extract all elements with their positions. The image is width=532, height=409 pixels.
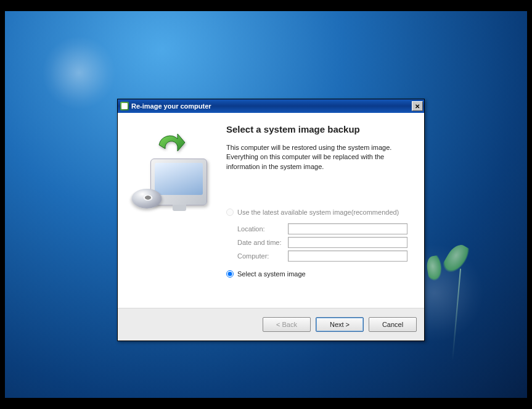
page-description: This computer will be restored using the… [226,143,402,171]
field-datetime-value [288,237,407,248]
radio-use-latest [226,209,234,216]
background-glow [42,36,116,110]
back-button: < Back [263,317,311,332]
background-leaf [425,255,444,282]
field-computer-value [288,250,407,262]
next-button[interactable]: Next > [316,317,364,332]
page-heading: Select a system image backup [226,124,411,134]
field-location-value [288,223,407,234]
background-leaf [441,241,472,277]
left-pane [118,113,226,308]
restore-graphic [132,133,212,213]
dialog-body: Select a system image backup This comput… [118,113,424,308]
reimage-dialog: Re-image your computer ✕ [117,99,425,341]
desktop-background: Re-image your computer ✕ [5,11,527,398]
field-location-label: Location: [237,225,288,233]
window-title: Re-image your computer [131,102,412,110]
latest-image-details: Location: Date and time: Computer: [237,223,411,262]
option-use-latest: Use the latest available system image(re… [226,209,411,216]
button-bar: < Back Next > Cancel [118,308,424,341]
option-select-image[interactable]: Select a system image [226,270,411,278]
radio-select-image[interactable] [226,270,234,278]
background-stem [452,268,461,361]
close-icon: ✕ [415,103,420,110]
right-pane: Select a system image backup This comput… [226,113,424,308]
field-location-row: Location: [237,223,411,234]
option-use-latest-label: Use the latest available system image(re… [237,209,399,216]
restore-arrow-icon [154,133,186,165]
option-select-image-label: Select a system image [237,270,306,278]
app-icon [120,102,129,110]
field-datetime-row: Date and time: [237,237,411,248]
field-datetime-label: Date and time: [237,239,288,246]
cancel-button[interactable]: Cancel [369,317,417,332]
field-computer-row: Computer: [237,250,411,262]
titlebar[interactable]: Re-image your computer ✕ [118,99,424,113]
field-computer-label: Computer: [237,252,288,260]
close-button[interactable]: ✕ [412,101,423,111]
